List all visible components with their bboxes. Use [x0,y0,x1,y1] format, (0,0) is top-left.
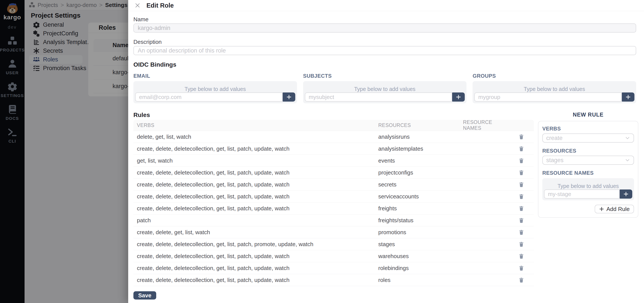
oidc-bindings-heading: OIDC Bindings [134,61,176,68]
rule-actions [509,158,534,164]
rule-resources: roles [378,277,463,284]
add-values-box: Type below to add values [303,81,467,103]
rules-table-row: create, delete, deletecollection, get, l… [134,250,534,262]
trash-icon [518,229,524,235]
delete-rule-button[interactable] [518,158,524,164]
description-input[interactable] [134,46,636,55]
rule-actions [509,253,534,259]
add-value-input-row [135,92,295,102]
new-rule-resources-group: RESOURCES stages [542,148,634,165]
oidc-binding-group: SUBJECTS Type below to add values [303,73,467,103]
rule-resources: secrets [378,181,463,188]
plus-icon [623,191,629,197]
oidc-binding-group: EMAIL Type below to add values [134,73,297,103]
rule-resources: analysisruns [378,133,463,140]
plus-icon [286,94,292,100]
trash-icon [518,218,524,223]
rule-verbs: create, delete, deletecollection, get, l… [134,193,378,200]
resources-select-value: stages [546,157,564,164]
delete-rule-button[interactable] [518,146,524,152]
delete-rule-button[interactable] [518,218,524,223]
rule-verbs: delete, get, list, watch [134,133,378,140]
oidc-group-label: GROUPS [472,73,636,79]
delete-rule-button[interactable] [518,194,524,200]
rule-actions [509,194,534,200]
trash-icon [518,158,524,164]
add-values-box: Type below to add values [542,178,634,200]
rules-heading: Rules [134,112,150,118]
oidc-group-label: EMAIL [134,73,297,79]
verbs-column-header: VERBS [134,122,378,128]
delete-rule-button[interactable] [518,253,524,259]
trash-icon [518,277,524,283]
add-value-button[interactable] [620,190,632,199]
rules-table-row: create, delete, deletecollection, get, l… [134,143,534,155]
add-rule-button[interactable]: Add Rule [595,205,634,213]
resource-name-input[interactable] [544,190,620,199]
rule-actions [509,206,534,211]
delete-rule-button[interactable] [518,206,524,211]
delete-rule-button[interactable] [518,170,524,176]
delete-rule-button[interactable] [518,265,524,271]
chevron-down-icon [625,158,630,163]
drawer-header: Edit Role [128,0,644,11]
rule-resources: promotions [378,229,463,236]
rule-verbs: create, delete, deletecollection, get, l… [134,241,378,248]
rules-table-row: create, delete, deletecollection, get, l… [134,262,534,274]
rules-table-row: create, delete, deletecollection, get, l… [134,274,534,286]
chevron-down-icon [625,135,630,141]
name-input[interactable] [134,23,636,32]
rule-verbs: create, delete, deletecollection, get, l… [134,181,378,188]
rules-table-row: create, delete, deletecollection, get, l… [134,179,534,191]
rule-actions [509,182,534,188]
add-value-button[interactable] [283,92,295,102]
rules-table: VERBS RESOURCES RESOURCE NAMES delete, g… [134,120,534,286]
rule-resources: stages [378,241,463,248]
rule-resources: events [378,157,463,164]
rule-actions [509,265,534,271]
oidc-binding-group: GROUPS Type below to add values [472,73,636,103]
rule-actions [509,241,534,247]
rule-resources: serviceaccounts [378,193,463,200]
plus-icon [456,94,461,100]
save-button[interactable]: Save [134,291,156,300]
delete-rule-button[interactable] [518,134,524,140]
add-value-button[interactable] [452,92,465,102]
rule-actions [509,146,534,152]
rules-table-row: patch freights/status [134,214,534,226]
resources-select[interactable]: stages [542,156,634,165]
description-label: Description [134,39,162,45]
rules-table-row: get, list, watch events [134,155,534,167]
trash-icon [518,134,524,140]
close-button[interactable] [135,2,141,8]
rule-actions [509,134,534,140]
delete-rule-button[interactable] [518,241,524,247]
add-value-input-row [474,92,634,102]
delete-rule-button[interactable] [518,182,524,188]
rule-actions [509,229,534,235]
app-root: kargo dev PROJECTS USER SETTINGS DOCS CL… [0,0,644,303]
trash-icon [518,241,524,247]
rule-verbs: create, delete, deletecollection, get, l… [134,277,378,284]
rule-resources: projectconfigs [378,169,463,176]
add-value-button[interactable] [622,92,634,102]
add-value-input[interactable] [135,92,283,102]
rules-table-row: create, delete, deletecollection, get, l… [134,238,534,250]
new-rule-verbs-group: VERBS create [542,126,634,143]
verbs-select[interactable]: create [542,133,634,143]
trash-icon [518,146,524,152]
add-value-input[interactable] [305,92,452,102]
new-rule-footer: Add Rule [542,205,634,213]
delete-rule-button[interactable] [518,229,524,235]
trash-icon [518,170,524,176]
add-value-input-row [544,190,632,199]
add-values-hint: Type below to add values [303,81,467,92]
add-value-input[interactable] [474,92,622,102]
oidc-group-label: SUBJECTS [303,73,467,79]
rule-resources: rolebindings [378,265,463,272]
rule-actions [509,170,534,176]
delete-rule-button[interactable] [518,277,524,283]
trash-icon [518,253,524,259]
plus-icon [599,206,604,212]
rules-table-row: create, delete, deletecollection, get, l… [134,167,534,179]
